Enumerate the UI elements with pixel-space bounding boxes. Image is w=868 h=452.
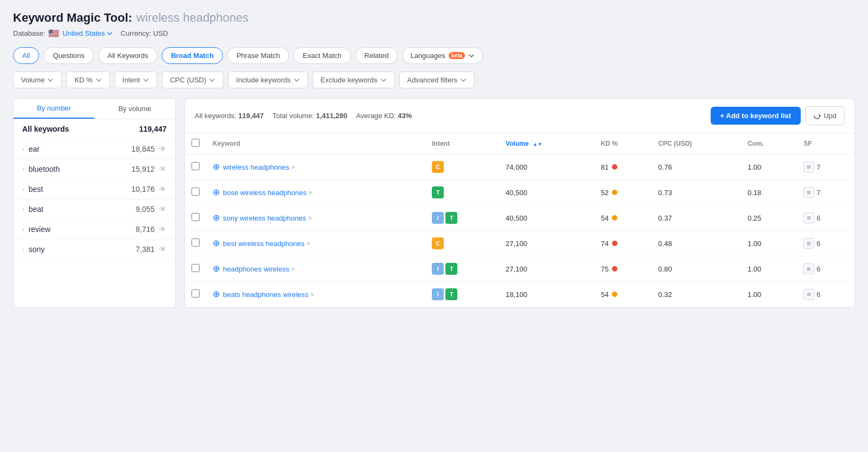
tab-broad-match[interactable]: Broad Match [162, 47, 223, 64]
tab-all-keywords[interactable]: All Keywords [98, 47, 157, 64]
expand-arrow: › [22, 226, 24, 233]
row-checkbox[interactable] [192, 213, 200, 221]
sf-icon[interactable]: ⊞ [803, 238, 814, 249]
row-checkbox[interactable] [192, 238, 200, 247]
volume-column-header[interactable]: Volume ▲▼ [499, 133, 594, 154]
by-number-toggle[interactable]: By number [14, 99, 94, 119]
sf-icon[interactable]: ⊞ [803, 289, 814, 300]
sidebar-item-beat[interactable]: › beat 9,055 👁 [14, 199, 175, 219]
tab-questions[interactable]: Questions [43, 47, 94, 64]
sidebar-item-best[interactable]: › best 10,176 👁 [14, 179, 175, 199]
sf-icon[interactable]: ⊞ [803, 162, 814, 172]
kd-indicator [612, 164, 617, 170]
kd-value: 54 [601, 214, 608, 222]
eye-icon[interactable]: 👁 [159, 205, 167, 214]
advanced-filters[interactable]: Advanced filters [399, 72, 475, 88]
sidebar-item-sony[interactable]: › sony 7,381 👁 [14, 240, 175, 260]
sf-cell: ⊞7 [797, 154, 854, 180]
row-checkbox[interactable] [192, 162, 200, 170]
row-checkbox[interactable] [192, 289, 200, 298]
sidebar-item-bluetooth[interactable]: › bluetooth 15,912 👁 [14, 159, 175, 179]
row-checkbox[interactable] [192, 188, 200, 196]
eye-icon[interactable]: 👁 [159, 185, 167, 193]
cpc-column-header: CPC (USD) [652, 133, 741, 154]
sf-icon[interactable]: ⊞ [803, 187, 814, 198]
country-select[interactable]: United States [62, 29, 113, 37]
keyword-link[interactable]: headphones wireless » [223, 265, 295, 273]
keywords-table: Keyword Intent Volume ▲▼ KD % CPC (USD) … [185, 133, 854, 307]
keyword-link[interactable]: bose wireless headphones » [223, 189, 312, 197]
cpc-filter[interactable]: CPC (USD) [162, 72, 224, 88]
update-button[interactable]: Upd [805, 106, 845, 125]
kd-column-header: KD % [594, 133, 652, 154]
volume-filter[interactable]: Volume [13, 72, 62, 88]
keyword-cell: ⊕ wireless headphones » [213, 163, 419, 171]
sf-cell: ⊞6 [797, 205, 854, 231]
tab-exact-match[interactable]: Exact Match [293, 47, 351, 64]
sf-value: 6 [816, 265, 820, 273]
keyword-column-header: Keyword [206, 133, 425, 154]
eye-icon[interactable]: 👁 [159, 165, 167, 173]
sf-value: 6 [816, 240, 820, 248]
languages-dropdown[interactable]: Languages beta [402, 47, 483, 64]
intent-cell: IT [425, 282, 499, 307]
currency-label: Currency: USD [120, 29, 168, 37]
intent-cell: IT [425, 205, 499, 231]
table-row: ⊕ best wireless headphones » C27,100740.… [185, 231, 854, 256]
exclude-keywords-filter[interactable]: Exclude keywords [312, 72, 395, 88]
intent-cell: C [425, 154, 499, 180]
intent-badge: I [432, 212, 444, 224]
kd-filter[interactable]: KD % [66, 72, 110, 88]
kd-indicator [612, 266, 617, 272]
sf-value: 6 [816, 290, 820, 299]
eye-icon[interactable]: 👁 [159, 225, 167, 234]
select-all-checkbox[interactable] [192, 139, 200, 147]
sidebar-item-review[interactable]: › review 8,716 👁 [14, 219, 175, 240]
keyword-table-panel: All keywords: 119,447 Total volume: 1,41… [184, 98, 855, 308]
keyword-link[interactable]: best wireless headphones » [223, 240, 310, 248]
keyword-cell: ⊕ headphones wireless » [213, 264, 419, 273]
add-keyword-icon[interactable]: ⊕ [213, 290, 220, 299]
intent-badge: I [432, 263, 444, 275]
row-checkbox[interactable] [192, 264, 200, 272]
intent-badge: T [432, 186, 444, 198]
keyword-cell: ⊕ best wireless headphones » [213, 239, 419, 248]
expand-arrow: › [22, 146, 24, 152]
com-cell: 0.25 [741, 205, 797, 231]
tab-related[interactable]: Related [355, 47, 398, 64]
add-keyword-icon[interactable]: ⊕ [213, 163, 220, 171]
kd-indicator [612, 241, 617, 246]
by-volume-toggle[interactable]: By volume [94, 99, 175, 119]
eye-icon[interactable]: 👁 [159, 145, 167, 153]
sf-icon[interactable]: ⊞ [803, 212, 814, 223]
intent-filter[interactable]: Intent [114, 72, 158, 88]
add-keyword-icon[interactable]: ⊕ [213, 188, 220, 197]
eye-icon[interactable]: 👁 [159, 245, 167, 254]
page-tool-name: Keyword Magic Tool: [13, 11, 132, 25]
include-keywords-filter[interactable]: Include keywords [228, 72, 308, 88]
com-cell: 1.00 [741, 154, 797, 180]
add-to-keyword-list-button[interactable]: + Add to keyword list [711, 107, 801, 125]
add-keyword-icon[interactable]: ⊕ [213, 214, 220, 222]
add-keyword-icon[interactable]: ⊕ [213, 264, 220, 273]
all-keywords-label: All keywords: [195, 112, 237, 120]
sidebar-all-keywords[interactable]: All keywords 119,447 [14, 119, 175, 139]
sf-value: 7 [816, 163, 820, 171]
add-keyword-icon[interactable]: ⊕ [213, 239, 220, 248]
com-cell: 1.00 [741, 256, 797, 282]
volume-cell: 27,100 [499, 231, 594, 256]
tab-phrase-match[interactable]: Phrase Match [227, 47, 289, 64]
keyword-link[interactable]: wireless headphones » [223, 163, 295, 171]
expand-arrow: › [22, 186, 24, 192]
intent-badge: C [432, 237, 444, 249]
keyword-cell: ⊕ sony wireless headphones » [213, 214, 419, 222]
keyword-link[interactable]: beats headphones wireless » [223, 290, 314, 299]
total-volume-value: 1,411,280 [316, 112, 347, 120]
keyword-link[interactable]: sony wireless headphones » [223, 214, 312, 222]
kd-cell: 54 [594, 205, 652, 231]
tab-all[interactable]: All [13, 47, 39, 64]
sf-icon[interactable]: ⊞ [803, 263, 814, 274]
cpc-cell: 0.76 [652, 154, 741, 180]
sf-cell: ⊞6 [797, 282, 854, 307]
sidebar-item-ear[interactable]: › ear 18,845 👁 [14, 139, 175, 159]
